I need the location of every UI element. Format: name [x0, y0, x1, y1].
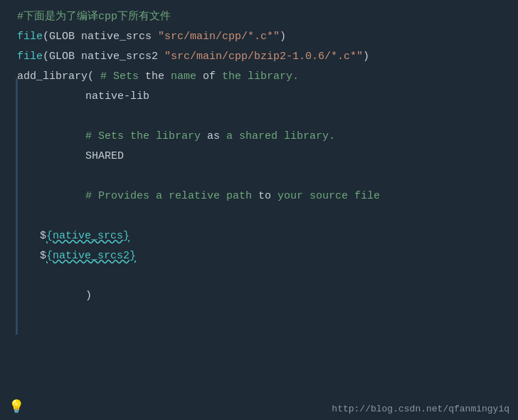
dollar-13: $	[40, 246, 46, 266]
code-line-10: # Provides a relative path to your sourc…	[0, 187, 518, 206]
plain-2b: )	[280, 27, 286, 47]
closing-paren: )	[85, 286, 92, 306]
comment-text-1: #下面是为了编译cpp下所有文件	[17, 7, 171, 27]
code-line-14	[0, 266, 518, 286]
code-editor: #下面是为了编译cpp下所有文件 file(GLOB native_srcs "…	[0, 0, 518, 420]
plain-3a: (GLOB native_srcs2	[43, 47, 164, 67]
native-lib-text: native-lib	[85, 87, 149, 107]
code-line-11	[0, 206, 518, 226]
plain-2a: (GLOB native_srcs	[43, 27, 158, 47]
comment-4b: name	[164, 67, 203, 87]
comment-10: # Provides a relative path	[85, 187, 258, 206]
code-line-6	[0, 107, 518, 127]
bulb-icon: 💡	[9, 399, 24, 414]
code-line-8: SHARED	[0, 147, 518, 167]
indent-bar	[16, 78, 18, 335]
footer-url: http://blog.csdn.net/qfanmingyiq	[332, 404, 509, 414]
plain-4b: the	[145, 67, 164, 87]
comment-10c: e	[374, 187, 380, 206]
string-3: "src/main/cpp/bzip2-1.0.6/*.c*"	[164, 47, 363, 67]
code-line-15: )	[0, 286, 518, 306]
string-2: "src/main/cpp/*.c*"	[158, 27, 280, 47]
code-line-4: add_library( # Sets the name of the libr…	[0, 67, 518, 87]
plain-10a: to	[258, 187, 271, 206]
dollar-12: $	[40, 226, 46, 246]
plain-4a: add_library(	[17, 67, 100, 87]
var-native-srcs2: {native_srcs2}	[46, 246, 136, 266]
code-line-3: file(GLOB native_srcs2 "src/main/cpp/bzi…	[0, 47, 518, 67]
var-native-srcs: {native_srcs}	[46, 226, 130, 246]
plain-7a: as	[207, 127, 220, 147]
plain-3b: )	[363, 47, 369, 67]
keyword-file-1: file	[17, 27, 43, 47]
code-line-1: #下面是为了编译cpp下所有文件	[0, 7, 518, 27]
comment-7b: a shared library.	[220, 127, 335, 147]
code-line-2: file(GLOB native_srcs "src/main/cpp/*.c*…	[0, 27, 518, 47]
code-line-13: ${native_srcs2}	[0, 246, 518, 266]
code-line-9	[0, 167, 518, 187]
code-line-5: native-lib	[0, 87, 518, 107]
comment-4: # Sets	[100, 67, 145, 87]
keyword-file-2: file	[17, 47, 43, 67]
code-line-7: # Sets the library as a shared library.	[0, 127, 518, 147]
plain-4c: of	[203, 67, 216, 87]
code-line-12: ${native_srcs}	[0, 226, 518, 246]
comment-10b: your source fil	[271, 187, 374, 206]
shared-text: SHARED	[85, 147, 124, 167]
comment-4c: the library.	[216, 67, 299, 87]
comment-7a: # Sets the library	[85, 127, 207, 147]
